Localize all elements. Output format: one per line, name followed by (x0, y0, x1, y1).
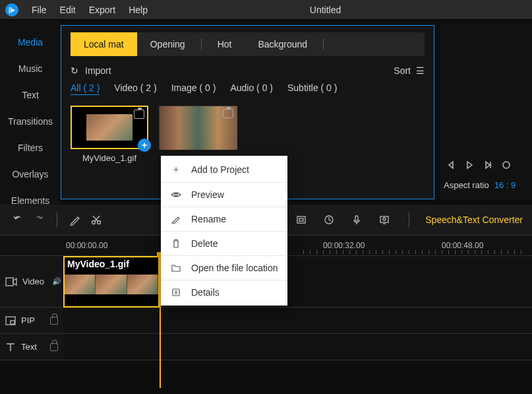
divider (323, 38, 324, 50)
svg-point-8 (383, 218, 386, 220)
voiceover-button[interactable] (348, 211, 365, 228)
video-track-label: Video (22, 277, 44, 286)
ctx-separator (161, 182, 287, 183)
next-frame-button[interactable] (481, 158, 495, 172)
tab-local-material[interactable]: Local mat (71, 32, 137, 56)
cut-tool-button[interactable] (88, 211, 105, 228)
aspect-ratio[interactable]: Aspect ratio 16 : 9 (444, 180, 528, 190)
crop-button[interactable] (293, 211, 310, 228)
edit-tool-button[interactable] (67, 211, 84, 228)
divider (201, 38, 202, 50)
sort-icon: ☰ (416, 65, 425, 76)
ruler-time-1: 00:00:32.00 (323, 241, 365, 250)
thumbnail-box (159, 106, 237, 149)
clip-label: MyVideo_1.gif (67, 259, 129, 269)
undo-button[interactable] (9, 211, 26, 228)
media-item-1[interactable]: + MyVideo_1.gif (71, 106, 148, 163)
video-track-head[interactable]: Video 🔊 (0, 256, 63, 307)
ruler-time-0: 00:00:00.00 (66, 241, 107, 250)
svg-point-0 (503, 162, 510, 168)
add-to-project-icon[interactable]: + (138, 139, 151, 152)
aspect-label: Aspect ratio (444, 180, 489, 190)
ctx-delete[interactable]: Delete (161, 233, 287, 254)
nav-filters[interactable]: Filters (0, 135, 61, 161)
pip-track-body[interactable] (63, 308, 532, 333)
menu-export[interactable]: Export (82, 5, 122, 15)
menu-file[interactable]: File (25, 5, 53, 15)
ctx-open-location[interactable]: Open the file location (161, 257, 287, 279)
details-icon (170, 288, 182, 297)
pip-track-icon (5, 316, 16, 325)
stop-button[interactable] (499, 158, 514, 172)
nav-transitions[interactable]: Transitions (0, 108, 61, 135)
import-button[interactable]: ↻ Import (71, 65, 111, 76)
svg-rect-9 (6, 278, 13, 286)
left-nav: Media Music Text Transitions Filters Ove… (0, 20, 61, 205)
pip-track-label: PIP (21, 315, 35, 325)
lock-icon[interactable] (50, 343, 58, 351)
tab-background[interactable]: Background (245, 32, 320, 56)
nav-elements[interactable]: Elements (0, 187, 61, 214)
ctx-add-to-project[interactable]: ＋ Add to Project (161, 158, 287, 181)
mute-icon[interactable]: 🔊 (52, 277, 61, 286)
nav-text[interactable]: Text (0, 82, 61, 108)
screen-record-button[interactable] (376, 211, 393, 228)
ctx-separator (161, 280, 287, 280)
text-track-body[interactable] (63, 334, 532, 360)
preview-panel: Aspect ratio 16 : 9 (440, 25, 532, 199)
eye-icon (170, 191, 182, 199)
ctx-label: Delete (191, 238, 218, 249)
filter-subtitle[interactable]: Subtitle ( 0 ) (287, 82, 337, 95)
tab-hot[interactable]: Hot (204, 32, 245, 56)
camera-icon (223, 109, 233, 118)
media-item-2[interactable] (159, 106, 237, 163)
video-clip[interactable]: MyVideo_1.gif (63, 256, 160, 308)
tool-left-group (9, 211, 105, 228)
sort-label: Sort (394, 65, 411, 76)
filter-image[interactable]: Image ( 0 ) (171, 82, 216, 95)
svg-rect-4 (299, 218, 303, 221)
duration-button[interactable] (320, 211, 338, 228)
pip-track: PIP (0, 308, 532, 334)
transport-controls (444, 158, 528, 172)
menu-edit[interactable]: Edit (53, 5, 82, 15)
plus-icon: ＋ (170, 164, 182, 176)
thumbnail-preview (86, 114, 133, 141)
tab-opening[interactable]: Opening (137, 32, 198, 56)
svg-rect-6 (355, 216, 358, 221)
filter-audio[interactable]: Audio ( 0 ) (230, 82, 273, 95)
menu-help[interactable]: Help (122, 5, 154, 15)
ctx-details[interactable]: Details (161, 282, 287, 303)
filter-video[interactable]: Video ( 2 ) (114, 82, 156, 95)
ctx-label: Preview (191, 189, 224, 200)
folder-icon (170, 264, 182, 272)
svg-rect-3 (297, 216, 305, 223)
text-track-head[interactable]: Text (0, 334, 63, 360)
separator (57, 213, 57, 227)
ctx-separator (161, 207, 287, 207)
thumbnail-label: MyVideo_1.gif (82, 153, 136, 163)
sort-button[interactable]: Sort ☰ (394, 65, 425, 76)
import-label: Import (85, 65, 111, 76)
video-track-body[interactable]: MyVideo_1.gif (63, 256, 532, 307)
video-track-icon (5, 277, 17, 286)
ctx-preview[interactable]: Preview (161, 184, 287, 205)
context-menu: ＋ Add to Project Preview Rename Delete O… (161, 156, 287, 306)
ctx-label: Open the file location (191, 263, 278, 273)
nav-overlays[interactable]: Overlays (0, 161, 61, 187)
filter-all[interactable]: All ( 2 ) (71, 82, 100, 95)
text-track-icon (5, 343, 16, 352)
redo-button[interactable] (30, 211, 47, 228)
app-logo-icon: ||▸ (5, 3, 18, 16)
svg-point-12 (175, 193, 177, 196)
svg-point-2 (98, 221, 101, 224)
pip-track-head[interactable]: PIP (0, 308, 63, 333)
ctx-rename[interactable]: Rename (161, 209, 287, 230)
nav-media[interactable]: Media (0, 29, 61, 55)
thumbnail-box: + (71, 106, 148, 149)
speech-text-converter-button[interactable]: Speech&Text Converter (425, 214, 523, 225)
prev-frame-button[interactable] (444, 158, 458, 172)
nav-music[interactable]: Music (0, 55, 61, 82)
play-button[interactable] (462, 158, 477, 172)
lock-icon[interactable] (50, 317, 58, 325)
